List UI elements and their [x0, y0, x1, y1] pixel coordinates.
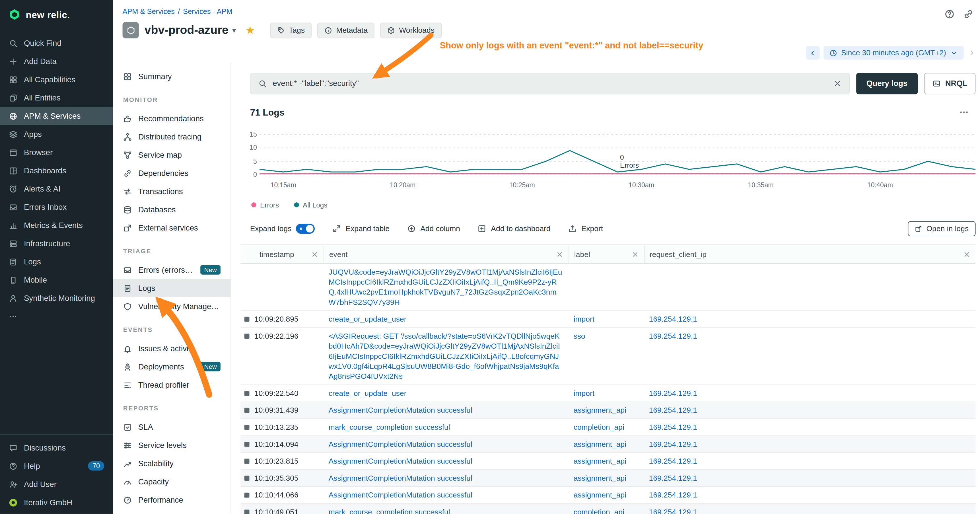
- log-ip-link[interactable]: 169.254.129.1: [649, 440, 697, 449]
- subnav-item-capacity[interactable]: Capacity: [113, 473, 231, 491]
- sidebar-item-help[interactable]: Help70: [0, 457, 113, 475]
- time-forward-icon[interactable]: [967, 48, 976, 57]
- clear-query-icon[interactable]: [833, 79, 842, 88]
- sidebar-item-alerts-ai[interactable]: Alerts & AI: [0, 180, 113, 198]
- sidebar-item-add-user[interactable]: Add User: [0, 475, 113, 493]
- log-row[interactable]: 10:09:20.895create_or_update_userimport1…: [241, 311, 976, 328]
- log-label-link[interactable]: sso: [574, 332, 585, 341]
- log-ip-link[interactable]: 169.254.129.1: [649, 423, 697, 432]
- sidebar-item-all-capabilities[interactable]: All Capabilities: [0, 70, 113, 89]
- sidebar-item-mobile[interactable]: Mobile: [0, 271, 113, 289]
- row-expander[interactable]: [245, 408, 250, 413]
- pill-workloads[interactable]: Workloads: [380, 22, 441, 38]
- row-expander[interactable]: [245, 334, 250, 339]
- subnav-item-scalability[interactable]: Scalability: [113, 454, 231, 473]
- legend-item-all-logs[interactable]: All Logs: [294, 201, 327, 208]
- query-logs-button[interactable]: Query logs: [856, 73, 918, 94]
- time-back-button[interactable]: [806, 46, 820, 60]
- log-label-link[interactable]: completion_api: [574, 423, 624, 432]
- log-event-link[interactable]: create_or_update_user: [329, 315, 407, 324]
- log-row[interactable]: 10:10:44.066AssignmentCompletionMutation…: [241, 487, 976, 504]
- log-label-link[interactable]: assignment_api: [574, 491, 627, 500]
- sidebar-item-iterativ-gmbh[interactable]: Iterativ GmbH: [0, 493, 113, 511]
- export-button[interactable]: Export: [568, 224, 603, 233]
- expand-logs-toggle[interactable]: [296, 224, 315, 234]
- log-event-link[interactable]: create_or_update_user: [329, 389, 407, 398]
- entity-dropdown-caret-icon[interactable]: ▼: [231, 27, 237, 33]
- nrql-button[interactable]: NRQL: [924, 73, 976, 94]
- log-label-link[interactable]: completion_api: [574, 508, 624, 514]
- log-row[interactable]: 10:09:31.439AssignmentCompletionMutation…: [241, 402, 976, 419]
- subnav-item-databases[interactable]: Databases: [113, 201, 231, 219]
- row-expander[interactable]: [245, 476, 250, 481]
- expand-table-button[interactable]: Expand table: [332, 224, 390, 233]
- log-label-link[interactable]: assignment_api: [574, 406, 627, 415]
- pill-metadata[interactable]: Metadata: [317, 22, 374, 38]
- sidebar-item-all-entities[interactable]: All Entities: [0, 89, 113, 107]
- subnav-item-performance[interactable]: Performance: [113, 491, 231, 509]
- time-picker-button[interactable]: Since 30 minutes ago (GMT+2): [824, 46, 964, 60]
- chart-plot[interactable]: [259, 128, 976, 178]
- subnav-item-logs[interactable]: Logs: [113, 279, 231, 297]
- subnav-item-recommendations[interactable]: Recommendations: [113, 109, 231, 127]
- breadcrumb-link[interactable]: Services - APM: [183, 7, 232, 15]
- remove-column-icon[interactable]: [311, 250, 318, 258]
- log-ip-link[interactable]: 169.254.129.1: [649, 508, 697, 514]
- add-to-dashboard-button[interactable]: Add to dashboard: [478, 224, 550, 233]
- sidebar-item-dashboards[interactable]: Dashboards: [0, 161, 113, 180]
- log-ip-link[interactable]: 169.254.129.1: [649, 332, 697, 341]
- log-event-link[interactable]: AssignmentCompletionMutation successful: [329, 406, 473, 415]
- legend-item-errors[interactable]: Errors: [251, 201, 279, 208]
- subnav-item-issues-activity[interactable]: Issues & activity: [113, 339, 231, 358]
- sidebar-item-errors-inbox[interactable]: Errors Inbox: [0, 198, 113, 216]
- log-row[interactable]: 10:10:49.051mark_course_completion succe…: [241, 504, 976, 514]
- row-expander[interactable]: [245, 442, 250, 447]
- subnav-item-thread-profiler[interactable]: Thread profiler: [113, 376, 231, 394]
- breadcrumb-link[interactable]: APM & Services: [123, 7, 175, 15]
- log-query-text[interactable]: event:* -"label":"security": [273, 79, 827, 88]
- log-ip-link[interactable]: 169.254.129.1: [649, 457, 697, 466]
- subnav-item-summary[interactable]: Summary: [113, 67, 231, 85]
- log-label-link[interactable]: assignment_api: [574, 457, 627, 466]
- log-event-link[interactable]: mark_course_completion successful: [329, 508, 450, 514]
- newrelic-logo[interactable]: new relic.: [0, 0, 113, 29]
- subnav-item-service-map[interactable]: Service map: [113, 146, 231, 164]
- open-in-logs-button[interactable]: Open in logs: [907, 221, 975, 236]
- log-row[interactable]: 10:09:22.196<ASGIRequest: GET '/sso/call…: [241, 328, 976, 385]
- log-ip-link[interactable]: 169.254.129.1: [649, 315, 697, 324]
- sidebar-item-apm-services[interactable]: APM & Services: [0, 107, 113, 125]
- remove-column-icon[interactable]: [556, 250, 563, 258]
- log-row[interactable]: 10:10:23.815AssignmentCompletionMutation…: [241, 453, 976, 470]
- sidebar-item-discussions[interactable]: Discussions: [0, 439, 113, 457]
- log-ip-link[interactable]: 169.254.129.1: [649, 389, 697, 398]
- log-query-input[interactable]: event:* -"label":"security": [250, 73, 850, 94]
- row-expander[interactable]: [245, 317, 250, 322]
- log-row[interactable]: 10:10:14.094AssignmentCompletionMutation…: [241, 436, 976, 453]
- sidebar-item-browser[interactable]: Browser: [0, 143, 113, 161]
- permalink-icon[interactable]: [963, 9, 974, 20]
- subnav-item-service-levels[interactable]: Service levels: [113, 436, 231, 454]
- sidebar-item-metrics-events[interactable]: Metrics & Events: [0, 216, 113, 234]
- log-event-link[interactable]: <ASGIRequest: GET '/sso/callback/?state=…: [329, 332, 560, 381]
- add-column-button[interactable]: Add column: [407, 224, 460, 233]
- pill-tags[interactable]: Tags: [270, 22, 312, 38]
- log-ip-link[interactable]: 169.254.129.1: [649, 491, 697, 500]
- log-event-link[interactable]: mark_course_completion successful: [329, 423, 450, 432]
- sidebar-item-logs[interactable]: Logs: [0, 253, 113, 271]
- row-expander[interactable]: [245, 509, 250, 514]
- sidebar-item-synthetic-monitoring[interactable]: Synthetic Monitoring: [0, 289, 113, 307]
- more-options-icon[interactable]: [959, 107, 969, 118]
- log-event-link[interactable]: AssignmentCompletionMutation successful: [329, 474, 473, 483]
- subnav-item-distributed-tracing[interactable]: Distributed tracing: [113, 127, 231, 146]
- log-row[interactable]: JUQVU&code=eyJraWQiOiJjcGltY29yZV8wOTl1M…: [241, 264, 976, 311]
- row-expander[interactable]: [245, 391, 250, 396]
- sidebar-item-more[interactable]: [0, 307, 113, 326]
- log-label-link[interactable]: assignment_api: [574, 474, 627, 483]
- sidebar-item-add-data[interactable]: Add Data: [0, 52, 113, 70]
- row-expander[interactable]: [245, 493, 250, 498]
- subnav-item-deployments[interactable]: DeploymentsNew: [113, 358, 231, 376]
- log-ip-link[interactable]: 169.254.129.1: [649, 406, 697, 415]
- subnav-item-vulnerability-management[interactable]: Vulnerability Management: [113, 297, 231, 315]
- subnav-item-dependencies[interactable]: Dependencies: [113, 164, 231, 182]
- log-row[interactable]: 10:10:35.305AssignmentCompletionMutation…: [241, 470, 976, 487]
